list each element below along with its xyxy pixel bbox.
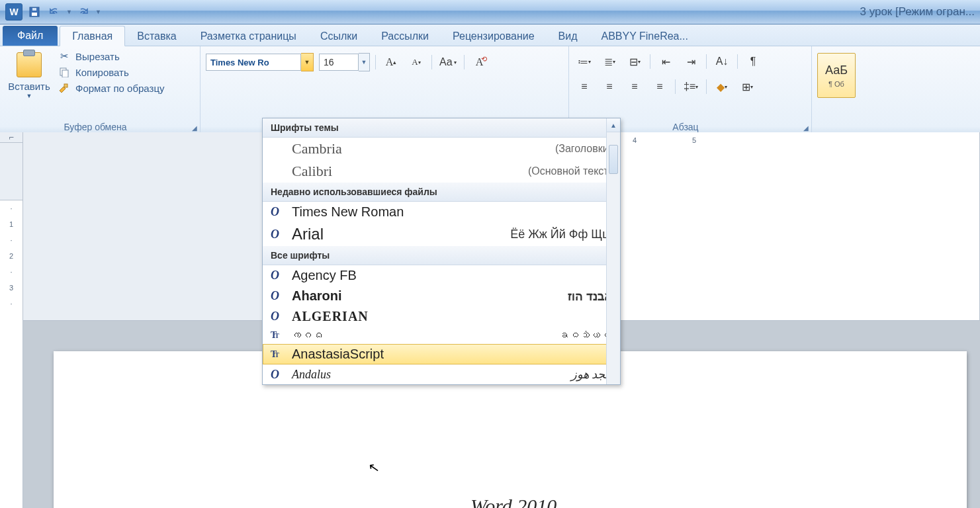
shading-button[interactable]: ◆▾ <box>712 78 732 95</box>
grow-font-button[interactable]: A▴ <box>381 54 401 71</box>
ruler-corner-icon[interactable]: ⌐ <box>0 132 23 143</box>
change-case-button[interactable]: Aa▾ <box>437 54 459 71</box>
separator <box>737 54 738 69</box>
separator <box>650 54 650 69</box>
font-option[interactable]: OAgency FB <box>263 265 620 286</box>
paste-button[interactable]: Вставить ▼ <box>5 49 53 118</box>
tab-review[interactable]: Рецензирование <box>441 26 547 46</box>
font-size-input[interactable]: 16 <box>319 54 359 71</box>
vertical-ruler[interactable]: ·1 ·2 ·3 · <box>0 143 23 508</box>
font-dropdown[interactable]: ▲ Шрифты темы OCambria(Заголовки)OCalibr… <box>262 118 621 385</box>
dd-section-recent: Недавно использовавшиеся файлы <box>263 183 620 202</box>
tab-mailings[interactable]: Рассылки <box>369 26 441 46</box>
format-painter-label: Формат по образцу <box>75 83 165 94</box>
style-sample: АаБ <box>825 64 848 77</box>
group-clipboard: Вставить ▼ ✂Вырезать Копировать Формат п… <box>0 46 200 134</box>
dd-section-all: Все шрифты <box>263 246 620 265</box>
qat-customize-icon[interactable]: ▼ <box>95 9 101 15</box>
save-icon[interactable] <box>26 4 42 20</box>
numbering-button[interactable]: ≣▾ <box>600 53 619 70</box>
font-size-drop-icon[interactable]: ▼ <box>359 53 370 71</box>
font-name-input[interactable]: Times New Ro <box>206 54 301 71</box>
align-right-button[interactable]: ≡ <box>625 78 645 95</box>
show-marks-button[interactable]: ¶ <box>743 53 763 70</box>
font-option[interactable]: OCambria(Заголовки) <box>263 138 620 160</box>
tab-references[interactable]: Ссылки <box>308 26 369 46</box>
copy-button[interactable]: Копировать <box>58 66 165 78</box>
separator <box>706 79 707 94</box>
font-name-combo[interactable]: Times New Ro ▼ <box>206 53 314 71</box>
svg-rect-2 <box>32 8 36 11</box>
dialog-launcher-icon[interactable]: ◢ <box>191 124 199 132</box>
dd-section-theme: Шрифты темы <box>263 118 620 138</box>
line-spacing-button[interactable]: ‡≡▾ <box>681 78 701 95</box>
sort-button[interactable]: A↓ <box>712 53 732 70</box>
clear-formatting-button[interactable]: A⟲ <box>470 54 490 71</box>
quick-access-toolbar: W ▼ ▼ <box>0 3 106 21</box>
decrease-indent-button[interactable]: ⇤ <box>656 53 676 70</box>
ribbon-tabs: Файл Главная Вставка Разметка страницы С… <box>0 24 980 46</box>
separator <box>706 54 707 69</box>
separator <box>464 55 465 69</box>
multilevel-button[interactable]: ⊟▾ <box>625 53 645 70</box>
copy-icon <box>58 66 70 78</box>
paste-icon <box>17 52 42 77</box>
style-name: ¶ Об <box>828 80 844 88</box>
separator <box>375 55 376 69</box>
window-title: 3 урок [Режим огран... <box>860 5 975 19</box>
font-option[interactable]: TTAnastasiaScript <box>263 344 620 364</box>
tab-page-layout[interactable]: Разметка страницы <box>189 26 308 46</box>
scissors-icon: ✂ <box>58 50 70 62</box>
dropdown-scrollbar[interactable]: ▲ <box>606 118 620 384</box>
document-text[interactable]: Word 2010 Редактирование текста <box>470 490 680 509</box>
undo-icon[interactable] <box>46 4 62 20</box>
increase-indent-button[interactable]: ⇥ <box>681 53 701 70</box>
copy-label: Копировать <box>75 67 129 78</box>
font-option[interactable]: TTᨠᨣᨦᨡᨵᨨᨿᨣ <box>263 327 620 344</box>
borders-button[interactable]: ⊞▾ <box>737 78 757 95</box>
font-option[interactable]: OALGERIAN <box>263 306 620 327</box>
tab-abbyy[interactable]: ABBYY FineRea... <box>590 26 700 46</box>
font-option[interactable]: OArialЁё Жж Йй Фф Щщ <box>263 222 620 246</box>
scroll-up-icon[interactable]: ▲ <box>607 118 620 132</box>
separator <box>675 79 676 94</box>
tab-insert[interactable]: Вставка <box>125 26 188 46</box>
word-logo-icon[interactable]: W <box>5 3 22 21</box>
tab-view[interactable]: Вид <box>547 26 590 46</box>
svg-rect-1 <box>32 13 37 16</box>
tab-file[interactable]: Файл <box>3 26 58 46</box>
font-name-drop-icon[interactable]: ▼ <box>301 53 314 71</box>
font-option[interactable]: OTimes New Roman <box>263 202 620 222</box>
cut-label: Вырезать <box>75 51 120 62</box>
style-tile-normal[interactable]: АаБ ¶ Об <box>817 53 856 98</box>
group-clipboard-label: Буфер обмена <box>0 120 191 134</box>
separator <box>431 55 432 69</box>
svg-rect-5 <box>64 84 67 87</box>
shrink-font-button[interactable]: A▾ <box>406 54 426 71</box>
scroll-thumb[interactable] <box>609 145 618 174</box>
align-center-button[interactable]: ≡ <box>600 78 619 95</box>
title-bar: W ▼ ▼ 3 урок [Режим огран... <box>0 0 980 24</box>
redo-icon[interactable] <box>75 4 91 20</box>
tab-home[interactable]: Главная <box>60 26 125 46</box>
svg-rect-4 <box>62 70 68 77</box>
align-left-button[interactable]: ≡ <box>574 78 594 95</box>
format-painter-button[interactable]: Формат по образцу <box>58 82 165 94</box>
brush-icon <box>58 82 70 94</box>
font-size-combo[interactable]: 16 ▼ <box>319 53 370 71</box>
paste-label: Вставить <box>8 81 50 92</box>
dialog-launcher-icon[interactable]: ◢ <box>802 124 810 132</box>
bullets-button[interactable]: ≔▾ <box>574 53 594 70</box>
align-justify-button[interactable]: ≡ <box>650 78 670 95</box>
undo-drop-icon[interactable]: ▼ <box>66 9 71 15</box>
font-option[interactable]: OCalibri(Основной текст) <box>263 160 620 183</box>
chevron-down-icon: ▼ <box>26 93 32 99</box>
group-styles: АаБ ¶ Об <box>812 46 980 134</box>
font-option[interactable]: OAharoniאבנד הוז <box>263 286 620 306</box>
font-option[interactable]: OAndalusأبجد هوز <box>263 364 620 384</box>
doc-line-1: Word 2010 <box>470 490 680 509</box>
cut-button[interactable]: ✂Вырезать <box>58 50 165 62</box>
